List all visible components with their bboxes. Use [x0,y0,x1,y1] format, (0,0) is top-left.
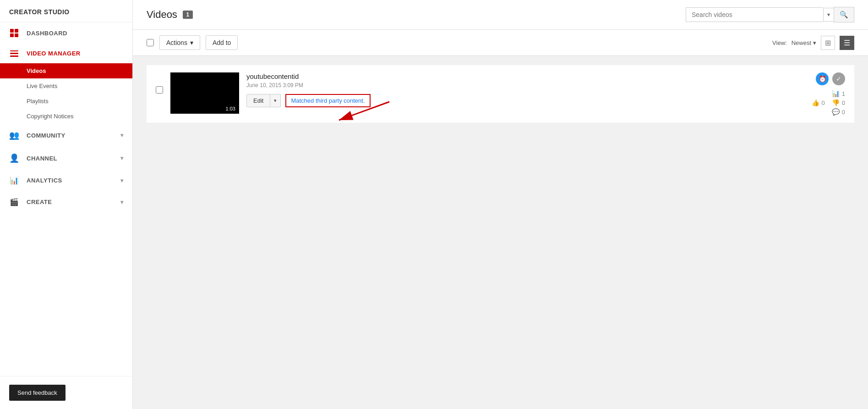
view-label: View: [772,39,787,46]
sidebar-subitem-copyright-notices[interactable]: Copyright Notices [0,109,132,124]
comments-stat: 💬 0 [832,108,845,116]
community-chevron: ▾ [120,132,124,138]
analytics-label: ANALYTICS [27,177,62,184]
send-feedback-button[interactable]: Send feedback [9,385,66,401]
sort-chevron-icon: ▾ [813,39,816,46]
video-duration: 1:03 [224,105,237,112]
create-icon: 🎬 [9,198,19,206]
video-stats: ⏰ ✓ 📊 1 👍 0 👎 0 💬 0 [781,72,845,116]
video-manager-label: VIDEO MANAGER [27,50,81,57]
edit-button-group: Edit ▾ [246,94,281,107]
thumbs-down-icon: 👎 [832,99,840,106]
video-info: youtubecontentid June 10, 2015 3:09 PM E… [246,72,774,107]
list-view-button[interactable]: ☰ [840,36,854,50]
search-input[interactable] [686,7,823,22]
search-area: ▾ 🔍 [686,7,854,22]
toolbar-left: Actions ▾ Add to [147,35,238,50]
dislikes-value: 0 [842,99,845,106]
views-value: 1 [842,90,845,97]
actions-chevron-icon: ▾ [190,39,193,46]
views-stat: 📊 1 [832,90,845,97]
add-to-button[interactable]: Add to [206,35,238,50]
views-icon: 📊 [832,90,840,97]
edit-dropdown-button[interactable]: ▾ [270,94,280,107]
comments-value: 0 [842,109,845,116]
channel-icon: 👤 [9,153,19,163]
search-submit-button[interactable]: 🔍 [834,7,854,22]
scheduled-icon: ⏰ [816,72,829,85]
sidebar-subitem-videos[interactable]: Videos [0,63,132,78]
analytics-icon: 📊 [9,176,19,185]
sort-dropdown[interactable]: Newest ▾ [792,39,816,46]
comments-icon: 💬 [832,108,840,116]
grid-view-button[interactable]: ⊞ [821,36,835,50]
video-row: 1:03 youtubecontentid June 10, 2015 3:09… [147,65,854,123]
content-area: 1:03 youtubecontentid June 10, 2015 3:09… [133,56,868,133]
video-row-checkbox[interactable] [156,86,163,94]
sidebar-item-channel[interactable]: 👤 CHANNEL ▾ [0,147,132,170]
sidebar-subitem-live-events[interactable]: Live Events [0,78,132,94]
create-label: CREATE [27,199,52,205]
video-title: youtubecontentid [246,72,774,80]
sidebar-subitem-playlists[interactable]: Playlists [0,94,132,109]
video-row-wrapper: 1:03 youtubecontentid June 10, 2015 3:09… [147,65,854,123]
create-chevron: ▾ [120,199,124,205]
video-date: June 10, 2015 3:09 PM [246,82,774,88]
status-icons-row: ⏰ ✓ [816,72,845,85]
sort-label: Newest [792,39,811,46]
sidebar-item-dashboard[interactable]: DASHBOARD [0,22,132,44]
community-icon: 👥 [9,130,19,140]
search-dropdown-button[interactable]: ▾ [823,8,834,22]
channel-chevron: ▾ [120,155,124,161]
sidebar-item-create[interactable]: 🎬 CREATE ▾ [0,191,132,213]
title-area: Videos 1 [147,9,193,21]
video-thumbnail[interactable]: 1:03 [170,72,239,114]
check-icon: ✓ [832,72,845,85]
page-header: Videos 1 ▾ 🔍 [133,0,868,30]
actions-button[interactable]: Actions ▾ [159,35,200,50]
dashboard-icon [9,29,19,37]
main-content: Videos 1 ▾ 🔍 Actions ▾ Add to View: Newe… [133,0,868,409]
thumbs-up-icon: 👍 [812,99,819,106]
video-manager-subnav: Videos Live Events Playlists Copyright N… [0,63,132,124]
edit-button[interactable]: Edit [247,94,270,107]
actions-label: Actions [166,39,187,46]
community-label: COMMUNITY [27,132,66,139]
sidebar-item-analytics[interactable]: 📊 ANALYTICS ▾ [0,170,132,191]
video-count-badge: 1 [183,11,193,19]
matched-third-party-link[interactable]: Matched third party content. [285,94,370,107]
select-all-checkbox[interactable] [147,39,154,46]
sidebar-item-community[interactable]: 👥 COMMUNITY ▾ [0,124,132,147]
sidebar: CREATOR STUDIO DASHBOARD VIDEO MANAGER V… [0,0,133,409]
likes-value: 0 [822,99,825,106]
video-actions-row: Edit ▾ Matched third party content. [246,94,774,107]
sidebar-item-video-manager[interactable]: VIDEO MANAGER [0,44,132,63]
videomgr-icon [9,50,19,57]
feedback-section: Send feedback [0,376,132,409]
toolbar-right: View: Newest ▾ ⊞ ☰ [772,36,854,50]
brand-title: CREATOR STUDIO [0,0,132,22]
toolbar: Actions ▾ Add to View: Newest ▾ ⊞ ☰ [133,30,868,56]
analytics-chevron: ▾ [120,177,124,184]
dashboard-label: DASHBOARD [27,30,67,37]
likes-stat: 👍 0 👎 0 [812,99,845,106]
page-title: Videos [147,9,177,21]
channel-label: CHANNEL [27,155,57,162]
